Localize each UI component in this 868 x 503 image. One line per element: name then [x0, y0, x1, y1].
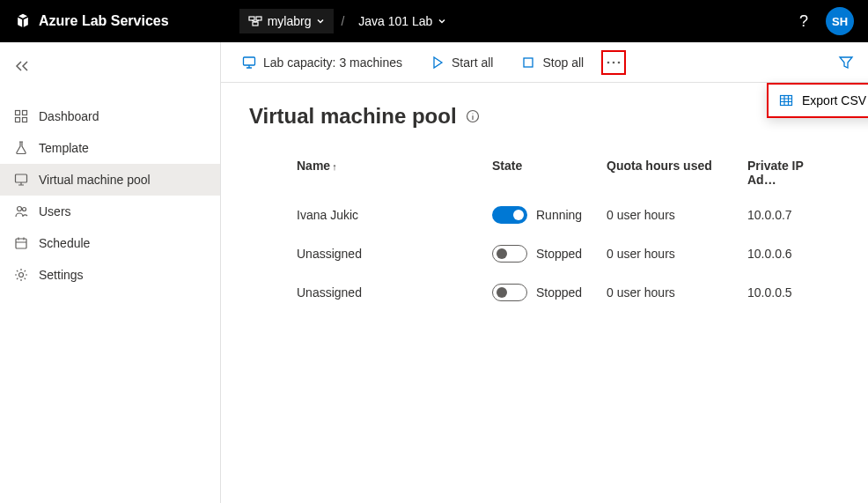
vm-power-toggle[interactable] — [492, 284, 527, 301]
toolbar: Lab capacity: 3 machines Start all Stop … — [221, 42, 868, 83]
col-state-header[interactable]: State — [492, 159, 607, 187]
stop-all-button[interactable]: Stop all — [514, 50, 591, 75]
vm-quota: 0 user hours — [607, 247, 747, 261]
sidebar-item-label: Dashboard — [39, 109, 99, 123]
page-title: Virtual machine pool — [249, 104, 840, 129]
lab-capacity-label: Lab capacity: 3 machines — [263, 55, 402, 70]
lab-label: Java 101 Lab — [358, 14, 432, 28]
sidebar-item-label: Schedule — [39, 236, 90, 250]
table-row: UnassignedStopped0 user hours10.0.0.5 — [249, 273, 840, 312]
start-all-button[interactable]: Start all — [423, 50, 500, 75]
page-title-text: Virtual machine pool — [249, 104, 457, 129]
vm-quota: 0 user hours — [607, 285, 747, 300]
resource-group-label: mylabrg — [268, 14, 312, 28]
vm-power-toggle[interactable] — [492, 206, 527, 224]
sidebar-item-label: Virtual machine pool — [39, 173, 151, 187]
collapse-icon — [14, 60, 32, 72]
sidebar-item-label: Template — [39, 141, 89, 155]
vm-name: Ivana Jukic — [263, 208, 492, 222]
sidebar-item-flask[interactable]: Template — [0, 132, 220, 164]
calendar-icon — [14, 236, 28, 250]
page-body: Virtual machine pool Name↑ State Quota h… — [221, 83, 868, 333]
vm-name: Unassigned — [263, 285, 492, 300]
table-icon — [779, 93, 793, 107]
sidebar-item-dashboard[interactable]: Dashboard — [0, 100, 220, 132]
filter-icon — [838, 55, 854, 70]
svg-point-15 — [613, 61, 615, 63]
sidebar-item-users[interactable]: Users — [0, 196, 220, 227]
sidebar-item-monitor[interactable]: Virtual machine pool — [0, 164, 220, 196]
sidebar-item-calendar[interactable]: Schedule — [0, 227, 220, 259]
breadcrumb-separator: / — [341, 14, 344, 28]
flask-icon — [14, 141, 28, 155]
vm-state-label: Stopped — [536, 285, 582, 300]
resource-group-selector[interactable]: mylabrg — [239, 9, 335, 33]
top-bar-right: ? SH — [799, 7, 854, 35]
monitor-icon — [14, 173, 28, 187]
svg-point-11 — [19, 273, 24, 277]
sidebar-item-label: Users — [39, 204, 71, 218]
svg-rect-6 — [23, 118, 27, 122]
svg-rect-2 — [253, 22, 258, 26]
monitor-icon — [242, 55, 256, 70]
svg-rect-13 — [524, 58, 533, 67]
play-icon — [430, 55, 445, 70]
lab-capacity-button[interactable]: Lab capacity: 3 machines — [235, 50, 409, 75]
help-button[interactable]: ? — [799, 12, 808, 31]
svg-point-8 — [18, 207, 22, 211]
avatar-initials: SH — [832, 15, 848, 28]
vm-quota: 0 user hours — [607, 208, 747, 222]
svg-rect-1 — [256, 17, 261, 20]
lab-selector[interactable]: Java 101 Lab — [351, 11, 453, 32]
filter-button[interactable] — [838, 55, 854, 70]
vm-name: Unassigned — [263, 247, 492, 261]
vm-table: Name↑ State Quota hours used Private IP … — [249, 150, 840, 312]
content: Lab capacity: 3 machines Start all Stop … — [221, 42, 868, 503]
col-quota-header[interactable]: Quota hours used — [607, 159, 747, 187]
sidebar-collapse-button[interactable] — [0, 53, 220, 79]
vm-ip: 10.0.0.6 — [747, 247, 826, 261]
azure-logo-icon — [14, 12, 32, 30]
sidebar-item-label: Settings — [39, 268, 84, 282]
export-csv-button[interactable]: Export CSV — [767, 83, 868, 118]
more-button[interactable] — [601, 50, 626, 75]
vm-state-label: Running — [536, 208, 582, 222]
sort-asc-icon: ↑ — [332, 161, 337, 172]
stop-icon — [521, 55, 535, 70]
svg-rect-10 — [16, 239, 26, 248]
top-bar: Azure Lab Services mylabrg / Java 101 La… — [0, 0, 868, 42]
col-name-header[interactable]: Name↑ — [263, 159, 492, 187]
sidebar: DashboardTemplateVirtual machine poolUse… — [0, 42, 221, 503]
gear-icon — [14, 268, 28, 282]
main: DashboardTemplateVirtual machine poolUse… — [0, 42, 868, 503]
brand-text: Azure Lab Services — [39, 13, 169, 29]
vm-ip: 10.0.0.5 — [747, 285, 826, 300]
chevron-down-icon — [316, 17, 325, 26]
sidebar-nav: DashboardTemplateVirtual machine poolUse… — [0, 100, 220, 291]
breadcrumb: mylabrg / Java 101 Lab — [239, 9, 454, 33]
stop-all-label: Stop all — [542, 55, 584, 70]
dashboard-icon — [14, 109, 28, 123]
vm-state-label: Stopped — [536, 247, 582, 261]
vm-power-toggle[interactable] — [492, 245, 527, 263]
brand: Azure Lab Services — [14, 12, 169, 30]
svg-rect-5 — [16, 118, 20, 122]
users-icon — [14, 204, 28, 218]
table-header: Name↑ State Quota hours used Private IP … — [249, 150, 840, 196]
svg-rect-17 — [781, 96, 792, 106]
avatar[interactable]: SH — [826, 7, 854, 35]
table-row: UnassignedStopped0 user hours10.0.0.6 — [249, 234, 840, 273]
sidebar-item-gear[interactable]: Settings — [0, 259, 220, 291]
ellipsis-icon — [607, 61, 621, 64]
svg-rect-4 — [23, 111, 27, 115]
vm-ip: 10.0.0.7 — [747, 208, 826, 222]
resource-group-icon — [248, 14, 262, 28]
svg-point-14 — [607, 61, 610, 63]
svg-rect-3 — [16, 111, 20, 115]
export-csv-label: Export CSV — [802, 93, 866, 107]
col-ip-header[interactable]: Private IP Ad… — [747, 159, 826, 187]
info-icon[interactable] — [466, 109, 480, 123]
svg-rect-12 — [244, 57, 255, 65]
svg-point-16 — [618, 61, 621, 63]
chevron-down-icon — [438, 17, 446, 26]
